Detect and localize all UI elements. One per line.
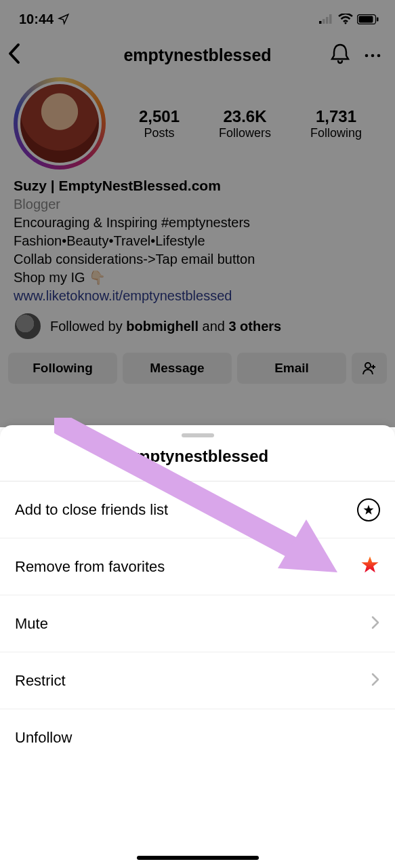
chevron-left-icon [7, 43, 22, 64]
bell-icon [330, 43, 350, 64]
posts-label: Posts [139, 126, 180, 140]
wifi-icon [338, 14, 353, 24]
followers-count: 23.6K [219, 107, 271, 126]
followed-by-row[interactable]: Followed by bobmighell and 3 others [0, 305, 395, 340]
followed-by-middle: and [199, 319, 228, 334]
svg-point-11 [365, 363, 371, 368]
sheet-item-label: Mute [15, 615, 48, 633]
sheet-title: emptynestblessed [0, 447, 395, 481]
followed-by-text: Followed by bobmighell and 3 others [50, 319, 281, 334]
email-button[interactable]: Email [237, 353, 346, 384]
bio-line: Collab considerations->Tap email button [14, 250, 381, 269]
followed-by-name: bobmighell [126, 319, 199, 334]
following-count: 1,731 [310, 107, 362, 126]
notifications-button[interactable] [330, 43, 350, 67]
mute-item[interactable]: Mute [0, 595, 395, 652]
followed-by-others: 3 others [228, 319, 281, 334]
message-button[interactable]: Message [123, 353, 232, 384]
bio-link[interactable]: www.liketoknow.it/emptynestblessed [14, 287, 381, 305]
followers-label: Followers [219, 126, 271, 140]
favorite-star-icon [360, 555, 380, 579]
sheet-item-label: Add to close friends list [15, 501, 168, 519]
svg-point-10 [377, 54, 381, 58]
following-stat[interactable]: 1,731 Following [310, 107, 362, 140]
display-name: Suzy | EmptyNestBlessed.com [14, 176, 381, 195]
profile-avatar-story-ring[interactable] [14, 77, 106, 170]
bio-line: Shop my IG 👇🏻 [14, 269, 381, 287]
svg-point-9 [371, 54, 375, 58]
sheet-item-label: Remove from favorites [15, 558, 165, 576]
close-friends-star-icon [357, 498, 380, 521]
chevron-right-icon [371, 613, 380, 634]
battery-icon [357, 14, 379, 24]
svg-rect-1 [323, 19, 325, 24]
followers-stat[interactable]: 23.6K Followers [219, 107, 271, 140]
posts-count: 2,501 [139, 107, 180, 126]
status-bar: 10:44 [0, 0, 395, 34]
svg-rect-6 [359, 16, 373, 22]
suggested-users-button[interactable] [352, 353, 387, 384]
svg-rect-2 [326, 17, 329, 24]
profile-avatar [20, 84, 99, 163]
back-button[interactable] [4, 43, 24, 67]
svg-point-8 [365, 54, 369, 58]
add-user-icon [362, 361, 377, 375]
add-close-friends-item[interactable]: Add to close friends list [0, 481, 395, 538]
following-options-sheet: emptynestblessed Add to close friends li… [0, 425, 395, 868]
sheet-item-label: Unfollow [15, 729, 72, 747]
svg-rect-7 [377, 17, 379, 21]
chevron-right-icon [371, 670, 380, 691]
posts-stat[interactable]: 2,501 Posts [139, 107, 180, 140]
following-button[interactable]: Following [8, 353, 117, 384]
following-label: Following [310, 126, 362, 140]
status-time: 10:44 [19, 12, 54, 27]
bio-line: Fashion•Beauty•Travel•Lifestyle [14, 232, 381, 250]
cellular-signal-icon [319, 14, 334, 24]
svg-rect-0 [319, 21, 322, 24]
more-options-button[interactable] [364, 49, 381, 61]
svg-point-4 [345, 22, 347, 24]
followed-by-prefix: Followed by [50, 319, 126, 334]
restrict-item[interactable]: Restrict [0, 652, 395, 709]
unfollow-item[interactable]: Unfollow [0, 709, 395, 766]
location-arrow-icon [58, 13, 70, 25]
home-indicator[interactable] [137, 856, 259, 860]
profile-category: Blogger [14, 195, 381, 214]
sheet-item-label: Restrict [15, 672, 66, 690]
ellipsis-icon [364, 53, 381, 58]
profile-bio: Suzy | EmptyNestBlessed.com Blogger Enco… [0, 170, 395, 305]
sheet-drag-handle[interactable] [182, 433, 214, 437]
svg-rect-3 [329, 14, 332, 24]
bio-line: Encouraging & Inspiring #emptynesters [14, 214, 381, 232]
remove-favorites-item[interactable]: Remove from favorites [0, 538, 395, 595]
follower-avatar [14, 312, 42, 340]
